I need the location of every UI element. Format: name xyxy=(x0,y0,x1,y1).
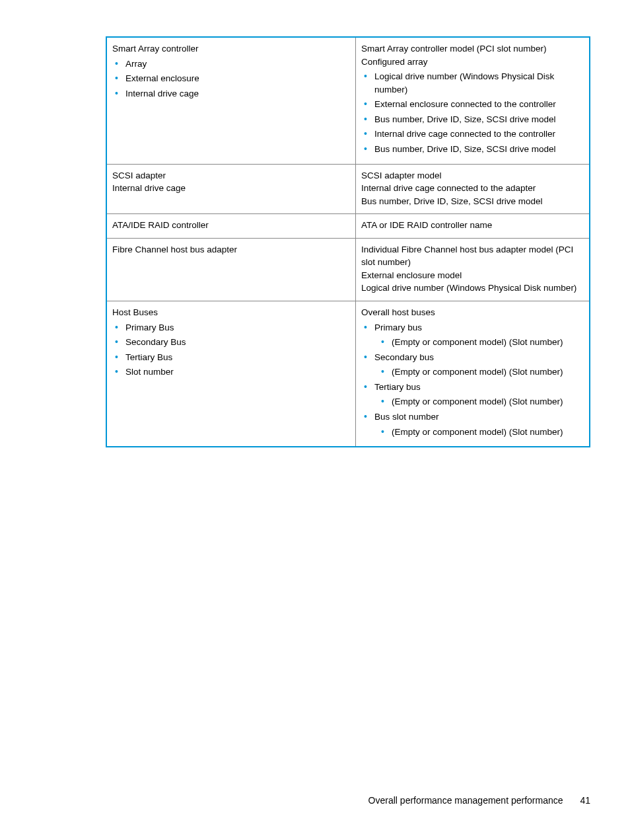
list-item: Bus number, Drive ID, Size, SCSI drive m… xyxy=(361,113,584,126)
page-number: 41 xyxy=(580,795,590,806)
cell-line: Bus number, Drive ID, Size, SCSI drive m… xyxy=(361,195,584,208)
list-item: Tertiary Bus xyxy=(112,351,350,364)
cell-lead: Host Buses xyxy=(112,306,350,319)
cell-line: SCSI adapter model xyxy=(361,169,584,182)
list-item: Bus slot number (Empty or component mode… xyxy=(361,410,584,438)
list-item: Internal drive cage connected to the con… xyxy=(361,128,584,141)
cell-line: Configured array xyxy=(361,56,584,69)
list-item-label: Tertiary bus xyxy=(374,382,421,392)
list-item-label: Secondary bus xyxy=(374,352,434,362)
list-item: Logical drive number (Windows Physical D… xyxy=(361,70,584,96)
cell-lead: Smart Array controller xyxy=(112,42,350,56)
list-item: Primary Bus xyxy=(112,321,350,334)
cell-line: Individual Fibre Channel host bus adapte… xyxy=(361,243,584,269)
cell-line: Smart Array controller model (PCI slot n… xyxy=(361,42,584,56)
page-footer: Overall performance management performan… xyxy=(368,794,590,807)
list-item-label: Primary bus xyxy=(374,323,422,332)
list-item: (Empty or component model) (Slot number) xyxy=(378,426,584,439)
list-item: Slot number xyxy=(112,365,350,379)
cell-line: Logical drive number (Windows Physical D… xyxy=(361,282,584,295)
list-item: External enclosure xyxy=(112,72,350,85)
cell-lead: ATA/IDE RAID controller xyxy=(112,219,350,232)
table-row: Fibre Channel host bus adapter Individua… xyxy=(106,238,590,301)
table-row: SCSI adapter Internal drive cage SCSI ad… xyxy=(106,164,590,214)
cell-line: Internal drive cage connected to the ada… xyxy=(361,182,584,195)
cell-line: Overall host buses xyxy=(361,306,584,319)
cell-lead: SCSI adapter xyxy=(112,169,350,182)
cell-line: External enclosure model xyxy=(361,269,584,282)
list-item: (Empty or component model) (Slot number) xyxy=(378,336,584,349)
list-item-label: Bus slot number xyxy=(374,412,439,422)
list-item: Tertiary bus (Empty or component model) … xyxy=(361,381,584,408)
list-item: Bus number, Drive ID, Size, SCSI drive m… xyxy=(361,143,584,156)
table-row: ATA/IDE RAID controller ATA or IDE RAID … xyxy=(106,214,590,239)
list-item: Secondary Bus xyxy=(112,336,350,349)
cell-line: Internal drive cage xyxy=(112,182,350,195)
table-row: Smart Array controller Array External en… xyxy=(106,37,590,164)
footer-title: Overall performance management performan… xyxy=(368,795,563,806)
list-item: (Empty or component model) (Slot number) xyxy=(378,395,584,408)
list-item: Primary bus (Empty or component model) (… xyxy=(361,321,584,349)
list-item: (Empty or component model) (Slot number) xyxy=(378,365,584,379)
list-item: Array xyxy=(112,57,350,71)
table-row: Host Buses Primary Bus Secondary Bus Ter… xyxy=(106,301,590,447)
list-item: Internal drive cage xyxy=(112,87,350,100)
cell-lead: Fibre Channel host bus adapter xyxy=(112,243,350,256)
cell-line: ATA or IDE RAID controller name xyxy=(361,219,584,232)
reference-table: Smart Array controller Array External en… xyxy=(106,36,590,447)
list-item: External enclosure connected to the cont… xyxy=(361,98,584,111)
list-item: Secondary bus (Empty or component model)… xyxy=(361,351,584,379)
